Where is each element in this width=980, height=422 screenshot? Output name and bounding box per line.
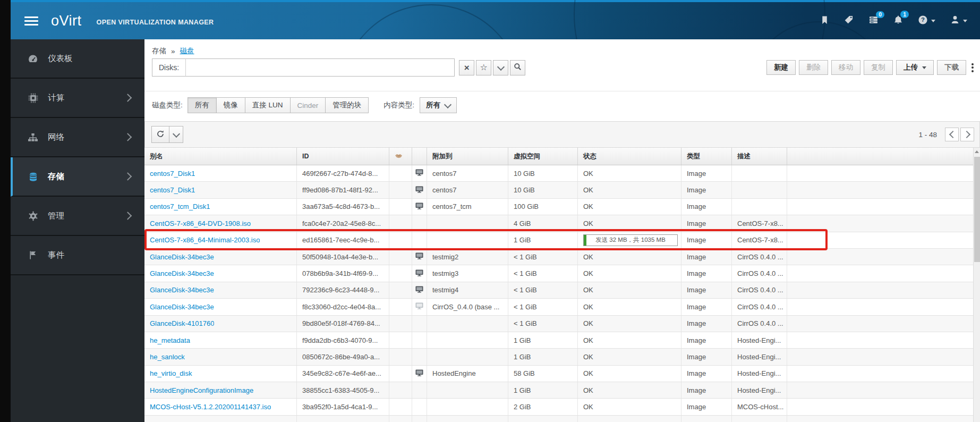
scrollbar-thumb[interactable] <box>974 157 980 262</box>
disk-alias-link[interactable]: GlanceDisk-34bec3e <box>150 253 214 261</box>
breadcrumb-disks-link[interactable]: 磁盘 <box>180 46 194 56</box>
type-cell: Image <box>681 382 732 398</box>
refresh-rate-dropdown-button[interactable] <box>169 126 183 143</box>
disk-alias-link[interactable]: GlanceDisk-34bec3e <box>150 303 214 311</box>
type-cell: Image <box>681 249 732 265</box>
bookmark-button[interactable] <box>820 15 829 27</box>
template-monitor-icon <box>415 302 423 311</box>
move-disk-button[interactable]: 移动 <box>831 60 860 75</box>
clear-search-button[interactable]: × <box>459 60 474 75</box>
table-row[interactable]: HostedEngineConfigurationImage38855cc1-6… <box>144 382 973 399</box>
next-page-button[interactable] <box>960 128 974 141</box>
more-actions-kebab-button[interactable] <box>969 63 976 72</box>
delete-disk-button[interactable]: 删除 <box>799 60 828 75</box>
chevron-right-icon <box>124 133 132 141</box>
table-row[interactable]: centos7_Disk1469f2667-c27b-474d-8...cent… <box>144 165 973 182</box>
sidebar-item-compute[interactable]: 计算 <box>11 79 144 118</box>
id-cell: 469f2667-c27b-474d-8... <box>297 165 389 181</box>
column-header-virtual-size[interactable]: 虚拟空间 <box>508 148 578 165</box>
filter-direct-lun-button[interactable]: 直接 LUN <box>245 97 291 113</box>
virtual-size-cell: 2 GiB <box>508 399 578 415</box>
disk-alias-link[interactable]: HostedEngineConfigurationImage <box>150 386 253 394</box>
sidebar-item-events[interactable]: 事件 <box>11 236 144 275</box>
button-label: 下载 <box>944 63 959 72</box>
search-button[interactable] <box>510 60 525 75</box>
filler-cell <box>787 366 973 382</box>
table-row[interactable]: he_sanlock0850672c-86be-49a0-a...1 GiBOK… <box>144 349 973 365</box>
column-header-description[interactable]: 描述 <box>732 148 787 165</box>
disk-alias-link[interactable]: GlanceDisk-34bec3e <box>150 269 214 277</box>
table-row[interactable]: GlanceDisk-34bec3ef8c33060-d2cc-4e04-8a.… <box>144 299 973 315</box>
table-row[interactable]: MCOS-cHost-V5.1.2.202001141437.iso3ba952… <box>144 399 973 415</box>
button-label: 上传 <box>904 63 918 72</box>
column-header-type[interactable]: 类型 <box>681 148 732 165</box>
id-cell: 345e9c82-c67e-4e6f-ae... <box>297 366 389 382</box>
disk-alias-link[interactable]: centos7_Disk1 <box>150 170 195 178</box>
tasks-button[interactable]: 0 <box>868 15 879 27</box>
disk-alias-link[interactable]: he_metadata <box>150 336 190 344</box>
filter-image-button[interactable]: 镜像 <box>216 97 245 113</box>
vertical-scrollbar[interactable] <box>973 148 980 422</box>
disk-alias-link[interactable]: MCOS-cHost-V5.1.2.202001141437.iso <box>150 403 271 411</box>
column-header-alias[interactable]: 别名 <box>144 148 297 165</box>
disk-alias-link[interactable]: GlanceDisk-34bec3e <box>150 286 214 294</box>
refresh-button[interactable] <box>151 126 169 143</box>
chevron-left-icon <box>949 131 956 138</box>
table-row[interactable]: GlanceDisk-34bec3e50f50948-10a4-4e3e-b..… <box>144 249 973 265</box>
column-header-shareable[interactable] <box>389 148 412 165</box>
disk-alias-link[interactable]: centos7_Disk1 <box>150 186 195 194</box>
id-cell: ed165861-7eec-4c9e-b... <box>297 232 389 248</box>
sidebar-item-dashboard[interactable]: 仪表板 <box>11 39 144 79</box>
disk-alias-link[interactable]: he_sanlock <box>150 353 185 361</box>
table-row[interactable]: he_virtio_disk345e9c82-c67e-4e6f-ae...Ho… <box>144 366 973 382</box>
search-scope-label: Disks: <box>152 58 186 77</box>
menu-toggle-button[interactable] <box>24 16 38 26</box>
sidebar-item-network[interactable]: 网络 <box>11 118 144 157</box>
table-row[interactable]: he_metadataf9dda2db-c6b3-4070-9...1 GiBO… <box>144 332 973 349</box>
filter-all-button[interactable]: 所有 <box>188 97 217 113</box>
alias-cell: GlanceDisk-34bec3e <box>144 282 297 298</box>
table-row[interactable]: GlanceDisk-34bec3e792236c9-6c23-4448-9..… <box>144 282 973 299</box>
tag-icon <box>844 15 854 27</box>
search-bar: Disks: × ☆ <box>152 58 525 77</box>
table-row[interactable]: GlanceDisk-41017609bd80e5f-018f-4769-84.… <box>144 316 973 332</box>
column-header-attached-icon[interactable] <box>412 148 427 165</box>
new-disk-button[interactable]: 新建 <box>766 60 796 75</box>
sidebar-item-administration[interactable]: 管理 <box>11 197 144 236</box>
table-row[interactable]: centos7_tcm_Disk13aa673a5-4c8d-4673-b...… <box>144 199 973 215</box>
table-row[interactable]: CentOS-7-x86_64-Minimal-2003.isoed165861… <box>144 232 973 249</box>
notifications-button[interactable]: 1 <box>893 15 903 27</box>
column-header-attached-to[interactable]: 附加到 <box>427 148 508 165</box>
disk-alias-link[interactable]: centos7_tcm_Disk1 <box>150 202 210 210</box>
disk-alias-link[interactable]: GlanceDisk-4101760 <box>150 319 214 327</box>
download-disk-button[interactable]: 下载 <box>937 60 966 75</box>
help-menu-button[interactable]: ? <box>918 15 935 27</box>
filter-cinder-button[interactable]: Cinder <box>290 97 326 113</box>
shareable-cell <box>389 265 412 281</box>
column-header-status[interactable]: 状态 <box>578 148 681 165</box>
copy-disk-button[interactable]: 复制 <box>864 60 893 75</box>
vm-monitor-icon <box>415 252 423 261</box>
bookmark-search-button[interactable]: ☆ <box>476 60 491 75</box>
shareable-cell <box>389 382 412 398</box>
column-header-id[interactable]: ID <box>297 148 389 165</box>
upload-disk-button[interactable]: 上传 <box>896 60 934 75</box>
disk-alias-link[interactable]: CentOS-7-x86_64-DVD-1908.iso <box>150 220 251 227</box>
attached-to-cell: centos7 <box>427 182 508 198</box>
scrollbar-up-arrow[interactable] <box>974 148 980 155</box>
saved-search-dropdown-button[interactable] <box>493 60 508 75</box>
content-type-dropdown[interactable]: 所有 <box>420 97 457 113</box>
disk-alias-link[interactable]: CentOS-7-x86_64-Minimal-2003.iso <box>150 236 260 244</box>
search-input[interactable] <box>186 58 455 77</box>
previous-page-button[interactable] <box>945 128 959 141</box>
user-menu-button[interactable] <box>950 15 967 27</box>
table-row[interactable]: GlanceDisk-34bec3e078b6b9a-341b-4f69-9..… <box>144 265 973 282</box>
table-row[interactable]: CentOS-7-x86_64-DVD-1908.isofca0c4e7-20a… <box>144 215 973 232</box>
desc-cell: Hosted-Engi... <box>732 332 787 348</box>
table-row[interactable]: centos7_Disk1ff9ed086-87b1-48f1-92...cen… <box>144 182 973 198</box>
ovirt-logo[interactable]: oVirt <box>51 13 82 29</box>
filter-managed-block-button[interactable]: 管理的块 <box>325 97 369 113</box>
sidebar-item-storage[interactable]: 存储 <box>11 157 144 197</box>
tags-button[interactable] <box>844 15 854 27</box>
disk-alias-link[interactable]: he_virtio_disk <box>150 369 192 377</box>
